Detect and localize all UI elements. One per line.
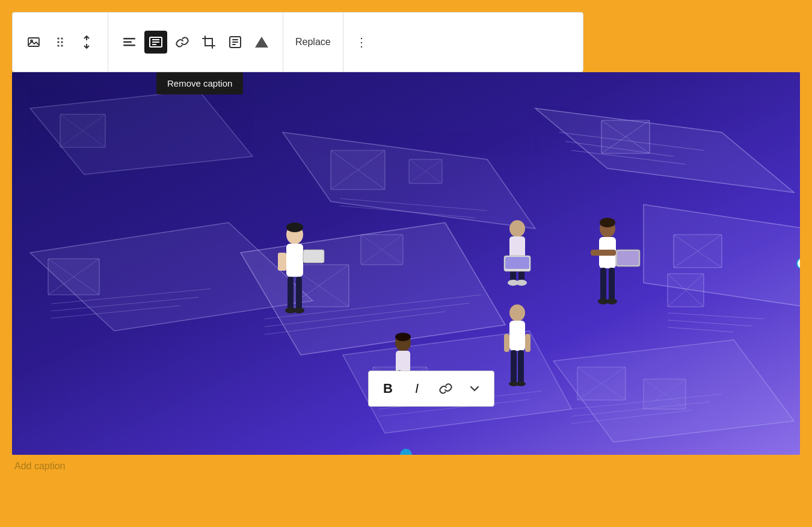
- svg-point-123: [516, 381, 526, 386]
- inline-more-button[interactable]: [461, 375, 488, 402]
- svg-point-3: [61, 37, 63, 40]
- image-toolbar: Replace ⋮: [12, 12, 583, 72]
- svg-point-6: [57, 45, 60, 47]
- svg-rect-121: [518, 350, 524, 383]
- svg-point-118: [509, 304, 525, 321]
- inline-text-toolbar: B I: [368, 371, 494, 407]
- svg-rect-88: [296, 277, 302, 310]
- main-image: Remove caption B I: [12, 72, 800, 455]
- toolbar-group-align: [108, 13, 283, 72]
- svg-rect-120: [511, 350, 517, 383]
- move-up-down-icon[interactable]: [75, 31, 98, 54]
- crop-button[interactable]: [197, 31, 220, 54]
- image-container: Remove caption B I: [12, 72, 800, 472]
- svg-point-7: [61, 45, 63, 47]
- svg-point-112: [395, 333, 411, 341]
- svg-rect-107: [617, 251, 639, 265]
- svg-rect-98: [505, 257, 529, 269]
- caption-area[interactable]: Add caption: [12, 461, 800, 472]
- svg-point-102: [600, 218, 615, 227]
- wide-width-button[interactable]: [144, 31, 167, 54]
- link-button[interactable]: [171, 31, 194, 54]
- svg-point-90: [294, 307, 304, 313]
- caption-text[interactable]: Add caption: [14, 461, 66, 471]
- svg-point-2: [57, 37, 60, 40]
- svg-point-4: [57, 41, 60, 43]
- svg-rect-104: [600, 268, 606, 301]
- svg-rect-125: [525, 334, 531, 352]
- svg-rect-86: [286, 244, 303, 277]
- svg-rect-119: [509, 321, 525, 351]
- svg-rect-9: [123, 42, 132, 43]
- svg-point-85: [286, 223, 303, 232]
- page-wrapper: Replace ⋮: [0, 0, 812, 527]
- svg-point-100: [516, 280, 527, 286]
- remove-caption-tooltip[interactable]: Remove caption: [156, 72, 243, 94]
- drag-handle-icon[interactable]: [49, 31, 72, 54]
- more-options-button[interactable]: ⋮: [343, 13, 380, 72]
- svg-rect-8: [123, 38, 135, 40]
- align-left-button[interactable]: [118, 31, 141, 54]
- svg-rect-92: [278, 253, 286, 271]
- alt-text-button[interactable]: [250, 31, 273, 54]
- italic-button[interactable]: I: [404, 375, 430, 402]
- svg-rect-10: [123, 45, 135, 46]
- inline-link-button[interactable]: [432, 375, 459, 402]
- svg-rect-87: [288, 277, 294, 310]
- svg-rect-108: [591, 250, 616, 256]
- replace-label: Replace: [295, 37, 331, 48]
- svg-rect-105: [609, 268, 615, 301]
- replace-button[interactable]: Replace: [283, 13, 343, 72]
- svg-point-110: [606, 298, 617, 304]
- svg-rect-91: [303, 250, 324, 263]
- svg-rect-124: [504, 334, 509, 352]
- bold-button[interactable]: B: [375, 375, 401, 402]
- image-block-icon[interactable]: [22, 31, 45, 54]
- svg-marker-19: [255, 37, 268, 48]
- svg-point-5: [61, 41, 63, 43]
- toolbar-group-block-nav: [13, 13, 108, 72]
- svg-rect-0: [28, 38, 39, 46]
- svg-point-93: [509, 220, 525, 237]
- text-alt-button[interactable]: [224, 31, 247, 54]
